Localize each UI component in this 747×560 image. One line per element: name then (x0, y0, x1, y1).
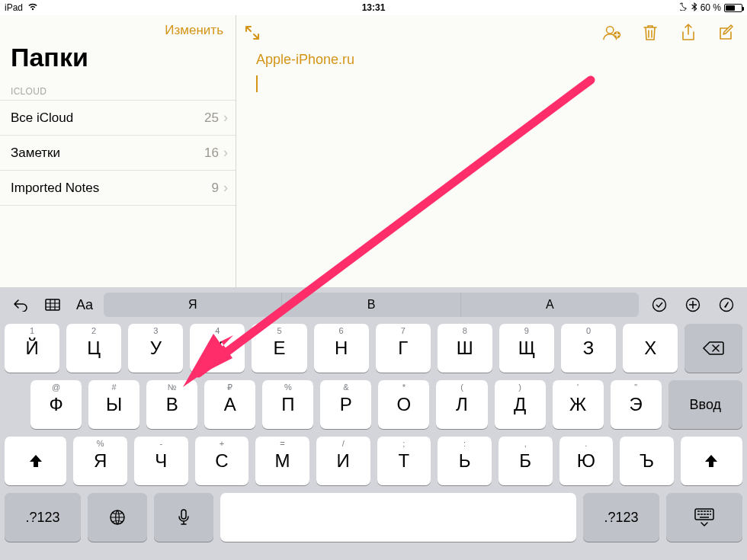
undo-icon[interactable] (8, 293, 34, 316)
key-letter[interactable]: .Ю (559, 437, 614, 485)
key-letter[interactable]: "Э (611, 380, 662, 429)
trash-icon[interactable] (640, 23, 660, 43)
key-dictation[interactable] (154, 493, 213, 542)
key-letter[interactable]: ;Т (377, 437, 431, 485)
key-letter[interactable]: -Ч (134, 437, 188, 485)
folder-notes[interactable]: Заметки 16 › (0, 135, 236, 170)
key-letter[interactable]: ₽А (204, 380, 255, 429)
folder-count: 16 (204, 146, 219, 161)
key-shift-right[interactable] (681, 437, 742, 485)
wifi-icon (27, 2, 38, 13)
key-letter[interactable]: 2Ц (66, 324, 121, 373)
key-letter[interactable]: 8Ш (438, 324, 492, 373)
key-letter[interactable]: ,Б (499, 437, 553, 485)
suggestion-3[interactable]: А (461, 293, 639, 317)
plus-circle-icon[interactable] (680, 293, 706, 316)
key-letter[interactable]: 9Щ (499, 324, 554, 373)
key-letter[interactable]: 7Г (376, 324, 431, 373)
suggestion-bar: Я В А (104, 293, 639, 317)
battery-icon (724, 4, 742, 12)
marker-circle-icon[interactable] (713, 293, 739, 316)
key-letter[interactable]: №В (146, 380, 197, 429)
key-letter[interactable]: =М (255, 437, 309, 485)
chevron-right-icon: › (223, 145, 228, 161)
sidebar-title: Папки (0, 43, 236, 80)
svg-rect-7 (181, 510, 186, 519)
expand-icon[interactable] (242, 23, 262, 43)
folder-all-icloud[interactable]: Все iCloud 25 › (0, 100, 236, 135)
folder-imported[interactable]: Imported Notes 9 › (0, 170, 236, 206)
check-circle-icon[interactable] (646, 293, 672, 316)
keyboard-row-4: .?123 .?123 (5, 493, 742, 542)
key-letter[interactable]: )Д (495, 380, 546, 429)
key-letter[interactable]: &Р (320, 380, 371, 429)
key-letter[interactable]: %П (262, 380, 313, 429)
format-icon[interactable]: Aa (72, 293, 98, 316)
key-dismiss-keyboard[interactable] (666, 493, 742, 542)
key-letter[interactable]: +С (195, 437, 249, 485)
key-letter[interactable]: *О (378, 380, 429, 429)
svg-point-0 (607, 27, 614, 34)
key-symbols-left[interactable]: .?123 (5, 493, 81, 542)
compose-icon[interactable] (717, 23, 736, 43)
onscreen-keyboard: Aa Я В А 1Й 2Ц 3У 4К 5Е (0, 287, 747, 560)
chevron-right-icon: › (223, 180, 228, 196)
key-letter[interactable]: 1Й (5, 324, 59, 373)
share-icon[interactable] (678, 23, 698, 43)
dnd-moon-icon (680, 2, 688, 13)
key-letter[interactable]: Ъ (620, 437, 674, 485)
key-letter[interactable]: #Ы (88, 380, 139, 429)
device-label: iPad (5, 2, 23, 13)
key-letter[interactable]: 5Е (252, 324, 306, 373)
edit-button[interactable]: Изменить (0, 15, 236, 43)
key-letter[interactable]: Х (623, 324, 678, 373)
key-space[interactable] (220, 493, 576, 542)
key-letter[interactable]: (Л (436, 380, 487, 429)
status-bar: iPad 13:31 60 % (0, 0, 747, 15)
suggestion-1[interactable]: Я (104, 293, 282, 317)
svg-point-3 (653, 299, 666, 312)
text-caret (256, 75, 258, 92)
key-letter[interactable]: :Ь (438, 437, 492, 485)
keyboard-row-2: @Ф #Ы №В ₽А %П &Р *О (Л )Д 'Ж "Э Ввод (5, 380, 742, 429)
keyboard-row-3: %Я -Ч +С =М /И ;Т :Ь ,Б .Ю Ъ (5, 437, 742, 485)
key-letter[interactable]: /И (316, 437, 370, 485)
folder-label: Заметки (11, 146, 60, 161)
folder-count: 9 (212, 181, 219, 196)
keyboard-row-1: 1Й 2Ц 3У 4К 5Е 6Н 7Г 8Ш 9Щ 0З Х (5, 324, 742, 373)
note-toolbar (236, 15, 747, 46)
chevron-right-icon: › (223, 110, 228, 126)
key-letter[interactable]: 3У (128, 324, 183, 373)
sidebar-section-icloud: ICLOUD (0, 80, 236, 100)
key-shift-left[interactable] (5, 437, 66, 485)
statusbar-time: 13:31 (362, 2, 386, 13)
key-backspace[interactable] (684, 324, 742, 373)
note-title-link[interactable]: Apple-iPhone.ru (256, 52, 727, 68)
key-letter[interactable]: 6Н (314, 324, 369, 373)
bluetooth-icon (691, 2, 697, 14)
table-icon[interactable] (40, 293, 66, 316)
key-letter[interactable]: 4К (190, 324, 245, 373)
folder-label: Imported Notes (11, 181, 99, 196)
suggestion-2[interactable]: В (282, 293, 460, 317)
key-letter[interactable]: %Я (73, 437, 127, 485)
key-letter[interactable]: 'Ж (553, 380, 604, 429)
key-letter[interactable]: 0З (561, 324, 616, 373)
folder-label: Все iCloud (11, 110, 73, 126)
key-globe[interactable] (88, 493, 147, 542)
folder-count: 25 (204, 110, 219, 126)
key-enter[interactable]: Ввод (668, 380, 742, 429)
key-symbols-right[interactable]: .?123 (583, 493, 659, 542)
key-letter[interactable]: @Ф (30, 380, 82, 429)
battery-percent: 60 % (701, 2, 721, 13)
add-person-icon[interactable] (602, 23, 622, 43)
svg-rect-2 (46, 299, 59, 310)
